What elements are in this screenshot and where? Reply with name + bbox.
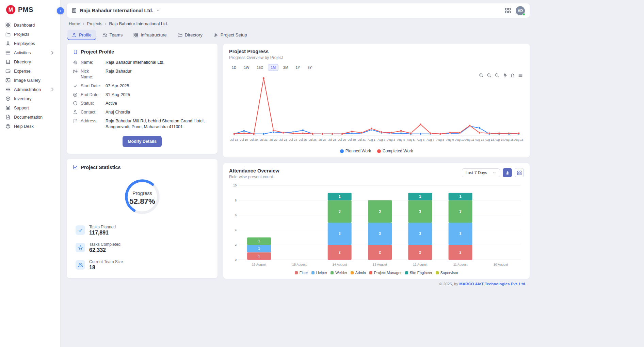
svg-text:Jul 23: Jul 23 (279, 138, 287, 141)
chart-toolbar (479, 73, 523, 78)
svg-text:Aug 16: Aug 16 (514, 138, 523, 141)
menu-icon[interactable] (518, 73, 523, 78)
project-progress-chart[interactable]: Jul 18Jul 19Jul 20Jul 21Jul 22Jul 23Jul … (229, 72, 524, 147)
svg-text:Aug 5: Aug 5 (407, 138, 415, 141)
tab-profile[interactable]: Profile (67, 30, 96, 40)
sidebar-item-dashboard[interactable]: Dashboard (0, 20, 60, 30)
range-1w[interactable]: 1W (241, 64, 252, 71)
svg-text:3: 3 (419, 232, 421, 236)
help-desk-icon (5, 124, 11, 129)
svg-text:1: 1 (419, 195, 421, 198)
logo-text: PMS (18, 6, 33, 14)
sidebar-item-inventory[interactable]: Inventory (0, 94, 60, 103)
legend-item[interactable]: Admin (351, 271, 366, 275)
field-label: Address: (81, 118, 102, 124)
legend-label: Completed Work (383, 149, 413, 153)
legend-label: Helper (316, 271, 327, 275)
breadcrumb-home[interactable]: Home (69, 21, 80, 26)
sidebar-item-employees[interactable]: Employees (0, 39, 60, 48)
date-range-select[interactable]: Last 7 Days (462, 168, 500, 177)
range-1m[interactable]: 1M (268, 64, 278, 71)
stat-tasks-planned: Tasks Planned 117,891 (73, 225, 211, 236)
chart-view-button[interactable] (503, 168, 512, 177)
sidebar-item-activities[interactable]: Activities (0, 48, 60, 57)
footer-link[interactable]: MARCO AIoT Technologies Pvt. Ltd. (459, 282, 526, 286)
range-buttons: 1D 1W 15D 1M 3M 1Y 5Y (229, 64, 524, 71)
range-1d[interactable]: 1D (229, 64, 239, 71)
chart-line-icon (73, 165, 78, 170)
inventory-icon (5, 96, 11, 101)
company-selector[interactable]: Raja Bahadur International Ltd. (71, 8, 160, 13)
stat-label: Current Team Size (89, 259, 123, 264)
administration-icon (5, 87, 11, 92)
tab-teams[interactable]: Teams (98, 30, 127, 40)
svg-text:15 August: 15 August (292, 262, 307, 266)
tab-project-setup[interactable]: Project Setup (209, 30, 252, 40)
range-3m[interactable]: 3M (280, 64, 291, 71)
sidebar-item-projects[interactable]: Projects (0, 30, 60, 39)
legend-item[interactable]: Supervisor (436, 271, 458, 275)
legend-item[interactable]: Site Engineer (405, 271, 432, 275)
field-label: Status: (81, 101, 102, 106)
sidebar-item-help-desk[interactable]: Help Desk (0, 122, 60, 131)
svg-text:10 August: 10 August (494, 262, 508, 266)
table-view-button[interactable] (515, 168, 524, 177)
range-5y[interactable]: 5Y (305, 64, 315, 71)
sidebar-item-directory[interactable]: Directory (0, 57, 60, 66)
zoom-in-icon[interactable] (479, 73, 484, 78)
selection-zoom-icon[interactable] (495, 73, 499, 78)
legend-item[interactable]: Fitter (295, 271, 308, 275)
legend-item[interactable]: Helper (311, 271, 327, 275)
field-address: Address: Raja Bahadur Mill Rd, behind Sh… (73, 118, 211, 130)
svg-text:8: 8 (235, 199, 237, 202)
legend-item[interactable]: Completed Work (377, 149, 413, 153)
legend-swatch (295, 271, 298, 274)
svg-text:Jul 19: Jul 19 (240, 138, 248, 141)
sidebar-item-image-gallery[interactable]: Image Gallery (0, 76, 60, 85)
tab-directory[interactable]: Directory (173, 30, 207, 40)
logo-mark: M (6, 5, 15, 14)
legend-item[interactable]: Welder (331, 271, 347, 275)
breadcrumb-separator: › (83, 21, 84, 26)
profile-icon (72, 33, 77, 37)
teams-icon (102, 33, 107, 37)
infrastructure-icon (133, 33, 138, 37)
shield-icon (73, 101, 78, 106)
svg-text:Aug 7: Aug 7 (426, 138, 434, 141)
sidebar-item-expense[interactable]: Expense (0, 66, 60, 76)
employees-icon (5, 41, 11, 46)
sidebar-item-label: Inventory (14, 96, 31, 101)
stat-tasks-completed: Tasks Completed 62,332 (73, 242, 211, 253)
reset-home-icon[interactable] (510, 73, 515, 78)
tab-label: Project Setup (221, 32, 247, 37)
breadcrumb-projects[interactable]: Projects (87, 21, 102, 26)
sidebar-item-administration[interactable]: Administration (0, 85, 60, 94)
legend-label: Planned Work (345, 149, 371, 153)
legend-item[interactable]: Project Manager (369, 271, 402, 275)
attendance-chart[interactable]: 024681011116 August15 August233114 Augus… (229, 183, 524, 269)
sidebar-item-documentation[interactable]: Documentation (0, 112, 60, 122)
range-15d[interactable]: 15D (254, 64, 266, 71)
modify-details-button[interactable]: Modify Details (123, 136, 162, 147)
zoom-out-icon[interactable] (487, 73, 492, 78)
user-avatar[interactable]: AD (516, 6, 525, 15)
svg-text:Aug 4: Aug 4 (397, 138, 405, 141)
pan-icon[interactable] (502, 73, 507, 78)
breadcrumb-current: Raja Bahadur International Ltd. (109, 21, 168, 26)
apps-grid-icon[interactable] (505, 7, 511, 14)
range-1y[interactable]: 1Y (293, 64, 303, 71)
legend-label: Welder (335, 271, 347, 275)
svg-text:Jul 25: Jul 25 (299, 138, 307, 141)
expense-icon (5, 69, 11, 74)
sidebar-item-label: Directory (14, 60, 31, 64)
svg-text:3: 3 (339, 232, 341, 236)
tab-infrastructure[interactable]: Infrastructure (129, 30, 171, 40)
card-subtitle: Progress Overview by Project (229, 55, 524, 60)
sidebar-item-support[interactable]: Support (0, 103, 60, 112)
legend-item[interactable]: Planned Work (340, 149, 371, 153)
app-logo[interactable]: M PMS (0, 0, 60, 19)
progress-gauge: Progress 52.87% (73, 175, 211, 218)
sidebar-item-label: Documentation (14, 115, 43, 120)
sidebar-collapse-button[interactable]: ‹ (57, 7, 64, 14)
card-title: Project Progress (229, 49, 524, 54)
